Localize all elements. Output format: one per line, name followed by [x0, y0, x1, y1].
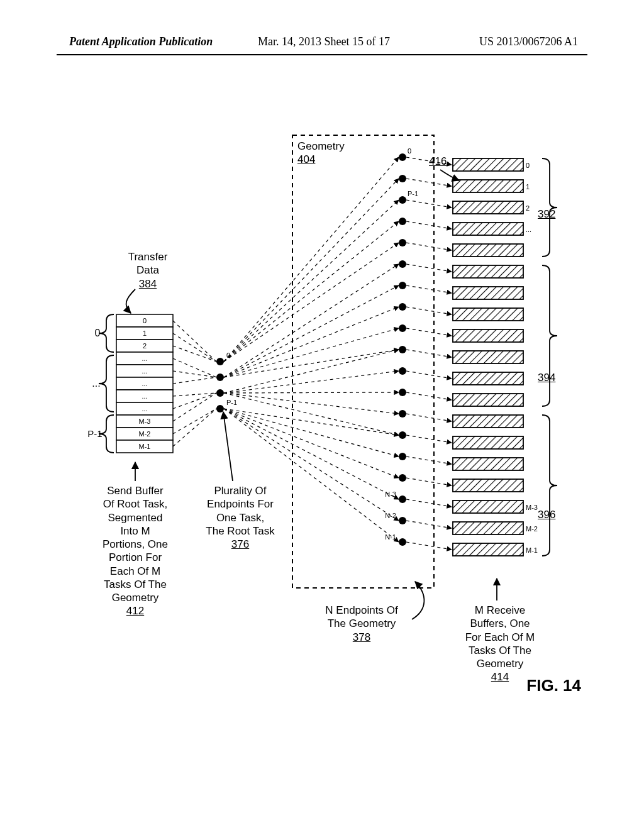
svg-rect-81	[453, 543, 523, 556]
svg-rect-61	[453, 201, 523, 214]
svg-text:1: 1	[526, 183, 530, 191]
svg-line-91	[406, 328, 452, 336]
svg-line-86	[406, 221, 452, 229]
svg-point-36	[399, 218, 406, 225]
svg-point-30	[216, 405, 224, 412]
svg-line-102	[173, 321, 216, 362]
svg-text:P-1: P-1	[226, 399, 237, 406]
send-buffer-braces: 0...P-1	[87, 314, 114, 453]
svg-line-92	[406, 350, 452, 357]
svg-point-27	[216, 358, 224, 365]
svg-text:N-1: N-1	[385, 533, 396, 541]
svg-text:...: ...	[92, 378, 100, 389]
svg-rect-71	[453, 372, 523, 385]
svg-line-85	[406, 200, 452, 208]
page: Patent Application Publication Mar. 14, …	[0, 0, 644, 830]
svg-rect-67	[453, 287, 523, 299]
svg-rect-69	[453, 329, 523, 342]
svg-point-44	[399, 389, 406, 396]
svg-text:P-1: P-1	[408, 190, 418, 197]
svg-line-94	[406, 392, 452, 400]
svg-line-89	[406, 285, 452, 293]
root-endpoints: 0P-1	[216, 351, 237, 412]
svg-rect-79	[453, 522, 523, 534]
svg-line-121	[224, 328, 399, 377]
svg-line-113	[224, 157, 399, 362]
svg-point-29	[216, 389, 224, 397]
svg-line-87	[406, 243, 452, 250]
svg-rect-72	[453, 394, 523, 406]
send-buffer: 012...............M-3M-2M-1	[116, 314, 173, 453]
svg-text:M-3: M-3	[526, 504, 538, 511]
svg-line-96	[406, 435, 452, 443]
svg-point-46	[399, 431, 406, 439]
svg-rect-76	[453, 479, 523, 492]
svg-text:2: 2	[526, 204, 530, 212]
svg-rect-73	[453, 415, 523, 428]
svg-point-40	[399, 303, 406, 311]
svg-text:...: ...	[142, 367, 147, 375]
svg-point-28	[216, 374, 224, 381]
svg-point-41	[399, 324, 406, 332]
svg-point-33	[399, 153, 406, 161]
svg-line-107	[173, 377, 216, 384]
svg-line-100	[406, 521, 452, 528]
svg-text:M-2: M-2	[139, 430, 151, 438]
geometry-endpoints: 0P-1N-3N-2N-1	[385, 147, 418, 546]
svg-line-103	[173, 333, 216, 362]
svg-line-83	[406, 157, 452, 165]
svg-point-34	[399, 175, 406, 182]
svg-text:0: 0	[408, 147, 411, 155]
svg-rect-65	[453, 244, 523, 257]
svg-point-49	[399, 495, 406, 503]
svg-text:...: ...	[142, 355, 147, 362]
svg-line-99	[406, 499, 452, 507]
svg-rect-77	[453, 501, 523, 513]
svg-line-93	[406, 371, 452, 379]
svg-point-39	[399, 282, 406, 289]
svg-point-35	[399, 196, 406, 204]
svg-line-120	[224, 307, 399, 377]
receive-braces	[542, 158, 557, 556]
svg-text:...: ...	[142, 392, 147, 400]
arrow-transfer-data	[126, 289, 135, 313]
svg-rect-74	[453, 436, 523, 449]
svg-line-101	[406, 542, 452, 550]
svg-text:P-1: P-1	[87, 428, 102, 439]
svg-point-45	[399, 410, 406, 418]
svg-text:...: ...	[142, 405, 147, 412]
svg-line-123	[224, 350, 399, 393]
svg-line-97	[406, 456, 452, 464]
svg-point-47	[399, 453, 406, 460]
svg-point-37	[399, 239, 406, 246]
svg-text:0: 0	[526, 162, 530, 169]
svg-rect-75	[453, 458, 523, 470]
svg-line-118	[224, 264, 399, 377]
svg-text:N-3: N-3	[385, 490, 396, 498]
svg-rect-63	[453, 223, 523, 235]
svg-point-38	[399, 260, 406, 268]
svg-line-114	[224, 179, 399, 362]
svg-line-126	[224, 393, 399, 414]
svg-text:M-3: M-3	[139, 418, 151, 425]
svg-rect-66	[453, 265, 523, 278]
svg-point-48	[399, 474, 406, 482]
svg-line-90	[406, 307, 452, 314]
svg-point-50	[399, 517, 406, 524]
geometry-box	[292, 135, 434, 588]
figure-svg: 012...............M-3M-2M-1 0...P-1 0P-1…	[0, 0, 644, 830]
svg-text:1: 1	[143, 329, 147, 337]
svg-line-125	[224, 392, 399, 393]
svg-line-104	[173, 346, 216, 362]
svg-line-132	[224, 409, 399, 521]
svg-text:2: 2	[143, 342, 147, 350]
svg-point-43	[399, 367, 406, 375]
arrow-root-endpoints	[223, 412, 233, 481]
svg-text:M-2: M-2	[526, 525, 538, 533]
svg-line-110	[173, 393, 216, 421]
receive-buffers: 012...M-3M-2M-1	[453, 158, 538, 556]
svg-line-130	[224, 409, 399, 478]
svg-text:...: ...	[142, 380, 147, 387]
svg-line-111	[173, 409, 216, 434]
connections	[173, 157, 452, 550]
